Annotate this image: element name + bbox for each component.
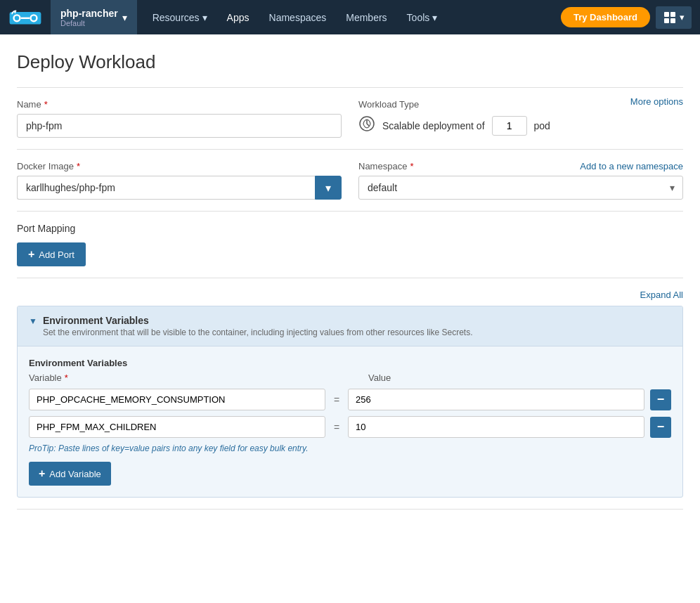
docker-namespace-row: Docker Image * ▾ Namespace * Add to a ne… xyxy=(17,161,683,200)
minus-icon xyxy=(657,392,665,407)
docker-required: * xyxy=(77,161,80,171)
variable-required: * xyxy=(65,372,68,383)
navbar: php-rancher Default ▾ Resources ▾ Apps N… xyxy=(0,0,700,34)
brand-logo-area[interactable] xyxy=(0,0,51,34)
env-remove-button-0[interactable] xyxy=(650,389,671,410)
svg-point-4 xyxy=(32,15,36,20)
chevron-down-icon: ▾ xyxy=(202,12,207,23)
name-label: Name * xyxy=(17,99,342,110)
expand-all-link[interactable]: Expand All xyxy=(640,290,683,300)
namespace-select[interactable]: default xyxy=(358,176,683,200)
env-remove-button-1[interactable] xyxy=(650,417,671,438)
pod-count-input[interactable] xyxy=(492,116,527,136)
value-col-label: Value xyxy=(368,372,671,383)
svg-point-2 xyxy=(15,15,19,20)
cluster-chevron: ▾ xyxy=(122,12,127,23)
docker-dropdown-button[interactable]: ▾ xyxy=(315,176,342,200)
name-col: Name * xyxy=(17,99,342,138)
divider-2 xyxy=(17,211,683,212)
plus-icon xyxy=(28,248,34,261)
add-port-button[interactable]: Add Port xyxy=(17,242,86,266)
docker-image-col: Docker Image * ▾ xyxy=(17,161,342,200)
env-col-labels: Variable * Value xyxy=(29,372,671,383)
nav-item-namespaces[interactable]: Namespaces xyxy=(261,8,335,27)
nav-item-members[interactable]: Members xyxy=(337,8,395,27)
svg-rect-5 xyxy=(664,12,669,17)
deployment-icon xyxy=(358,115,375,136)
port-mapping-label: Port Mapping xyxy=(17,223,683,234)
env-row: = xyxy=(29,416,671,438)
rancher-logo xyxy=(8,5,42,30)
workload-type-col: More options Workload Type Scalable depl… xyxy=(358,99,683,136)
chevron-down-icon: ▾ xyxy=(432,12,437,23)
nav-item-tools[interactable]: Tools ▾ xyxy=(398,8,446,27)
minus-icon xyxy=(657,420,665,434)
docker-input-row: ▾ xyxy=(17,176,342,200)
svg-rect-7 xyxy=(664,18,669,23)
env-variable-input-1[interactable] xyxy=(29,416,325,438)
svg-rect-8 xyxy=(670,18,675,23)
nav-item-apps[interactable]: Apps xyxy=(219,8,258,27)
env-section-desc: Set the environment that will be visible… xyxy=(43,328,473,337)
main-content: Deploy Workload Name * More options Work… xyxy=(0,34,700,538)
nav-item-resources[interactable]: Resources ▾ xyxy=(144,8,216,27)
equals-sign-1: = xyxy=(331,422,342,433)
grid-menu-button[interactable]: ▾ xyxy=(656,6,692,29)
env-variable-input-0[interactable] xyxy=(29,389,325,410)
env-value-input-1[interactable] xyxy=(348,416,644,438)
page-title: Deploy Workload xyxy=(17,51,683,73)
nav-menu: Resources ▾ Apps Namespaces Members Tool… xyxy=(137,0,561,34)
docker-image-input[interactable] xyxy=(17,176,315,200)
chevron-down-icon: ▾ xyxy=(325,182,331,194)
more-options-link[interactable]: More options xyxy=(630,96,683,107)
namespace-label: Namespace * Add to a new namespace xyxy=(358,161,683,171)
env-toggle-icon[interactable]: ▼ xyxy=(29,316,37,326)
variable-col-label: Variable * xyxy=(29,372,332,383)
cluster-name: php-rancher xyxy=(60,8,118,19)
add-namespace-link[interactable]: Add to a new namespace xyxy=(580,161,683,171)
env-body: Environment Variables Variable * Value = xyxy=(18,346,682,497)
env-section-title: Environment Variables xyxy=(43,315,473,326)
scalable-text: Scalable deployment of xyxy=(382,120,485,131)
divider-1 xyxy=(17,149,683,150)
cluster-default: Default xyxy=(60,19,118,27)
add-variable-button[interactable]: Add Variable xyxy=(29,462,111,486)
env-variables-section: ▼ Environment Variables Set the environm… xyxy=(17,306,683,498)
env-row: = xyxy=(29,389,671,410)
divider-bottom xyxy=(17,509,683,510)
plus-icon xyxy=(39,467,45,480)
nav-right: Try Dashboard ▾ xyxy=(561,6,700,29)
divider-top xyxy=(17,87,683,88)
cluster-selector[interactable]: php-rancher Default ▾ xyxy=(51,0,137,34)
env-variables-sublabel: Environment Variables xyxy=(29,358,671,368)
namespace-row: default ▾ xyxy=(358,176,683,200)
grid-icon xyxy=(663,11,677,25)
port-mapping-section: Port Mapping Add Port xyxy=(17,223,683,266)
namespace-required: * xyxy=(410,161,413,171)
env-section-header: ▼ Environment Variables Set the environm… xyxy=(18,306,682,346)
workload-type-row: Scalable deployment of pod xyxy=(358,115,683,136)
try-dashboard-button[interactable]: Try Dashboard xyxy=(561,7,650,27)
pod-label: pod xyxy=(534,120,550,131)
expand-all-row: Expand All xyxy=(17,290,683,300)
svg-rect-6 xyxy=(670,12,675,17)
namespace-col: Namespace * Add to a new namespace defau… xyxy=(358,161,683,200)
name-workload-row: Name * More options Workload Type xyxy=(17,99,683,138)
name-required: * xyxy=(44,99,48,110)
equals-sign-0: = xyxy=(331,394,342,406)
name-input[interactable] xyxy=(17,114,342,138)
env-value-input-0[interactable] xyxy=(348,389,644,410)
protip-text: ProTip: Paste lines of key=value pairs i… xyxy=(29,443,671,453)
docker-image-label: Docker Image * xyxy=(17,161,342,171)
grid-chevron: ▾ xyxy=(680,12,685,22)
divider-3 xyxy=(17,278,683,278)
